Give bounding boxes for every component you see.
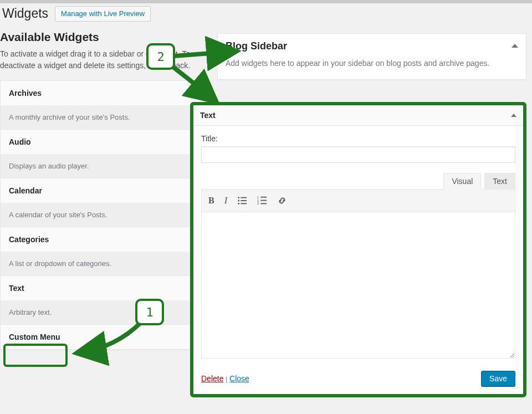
annotation-step-2: 2 — [146, 43, 175, 70]
close-link[interactable]: Close — [229, 374, 249, 383]
widget-title-label: Text — [200, 111, 216, 120]
widget-item-calendar: Calendar A calendar of your site's Posts… — [1, 178, 206, 227]
caret-up-icon[interactable] — [511, 44, 518, 48]
title-field-label: Title: — [201, 134, 515, 143]
svg-rect-3 — [241, 200, 247, 201]
editor-textarea[interactable] — [201, 212, 515, 359]
tab-visual[interactable]: Visual — [443, 173, 481, 190]
svg-rect-11 — [261, 203, 267, 205]
widget-desc: A calendar of your site's Posts. — [1, 203, 206, 227]
svg-rect-9 — [261, 200, 267, 201]
numbered-list-icon[interactable]: 123 — [257, 196, 267, 206]
annotation-arrow-1 — [66, 319, 155, 364]
annotation-step-1: 1 — [135, 299, 164, 325]
sidebar-area-help: Add widgets here to appear in your sideb… — [218, 55, 526, 79]
widget-item-categories: Categories A list or dropdown of categor… — [1, 227, 206, 276]
svg-point-4 — [238, 203, 240, 205]
svg-rect-7 — [261, 197, 267, 198]
editor-toolbar: B I 123 — [201, 189, 515, 212]
widget-desc: Displays an audio player. — [1, 154, 206, 178]
page-heading: Widgets Manage with Live Preview — [0, 3, 532, 27]
widget-item-text: Text Arbitrary text. — [1, 276, 206, 325]
available-widgets-title: Available Widgets — [0, 30, 206, 44]
tab-text[interactable]: Text — [484, 173, 515, 190]
save-button[interactable]: Save — [481, 371, 515, 386]
svg-text:3: 3 — [257, 202, 259, 205]
annotation-arrow-2b — [169, 63, 224, 108]
widget-head[interactable]: Calendar — [1, 178, 206, 203]
widget-head[interactable]: Audio — [1, 130, 206, 154]
text-widget-editor: Text Title: Visual Text B I 123 Delete — [190, 102, 526, 397]
svg-rect-1 — [241, 197, 247, 198]
widget-desc: A list or dropdown of categories. — [1, 252, 206, 275]
text-widget-header[interactable]: Text — [193, 105, 523, 126]
bulleted-list-icon[interactable] — [237, 196, 247, 206]
page-title: Widgets — [2, 6, 48, 21]
link-icon[interactable] — [277, 196, 287, 206]
sidebar-areas-column: Blog Sidebar Add widgets here to appear … — [217, 30, 532, 80]
blog-sidebar-area[interactable]: Blog Sidebar Add widgets here to appear … — [217, 33, 526, 80]
title-input[interactable] — [201, 146, 515, 163]
svg-rect-5 — [241, 203, 247, 205]
italic-icon[interactable]: I — [224, 195, 228, 206]
widget-footer-links: Delete | Close — [201, 374, 249, 383]
widget-desc: A monthly archive of your site's Posts. — [1, 105, 206, 129]
widget-head[interactable]: Text — [1, 276, 206, 300]
available-widgets-list: Archives A monthly archive of your site'… — [0, 80, 206, 350]
delete-link[interactable]: Delete — [201, 374, 223, 383]
svg-point-0 — [238, 197, 240, 198]
live-preview-button[interactable]: Manage with Live Preview — [55, 6, 151, 22]
bold-icon[interactable]: B — [208, 196, 214, 206]
caret-up-icon[interactable] — [511, 114, 516, 117]
svg-point-2 — [238, 200, 240, 202]
widget-head[interactable]: Categories — [1, 227, 206, 252]
widget-item-audio: Audio Displays an audio player. — [1, 130, 206, 178]
